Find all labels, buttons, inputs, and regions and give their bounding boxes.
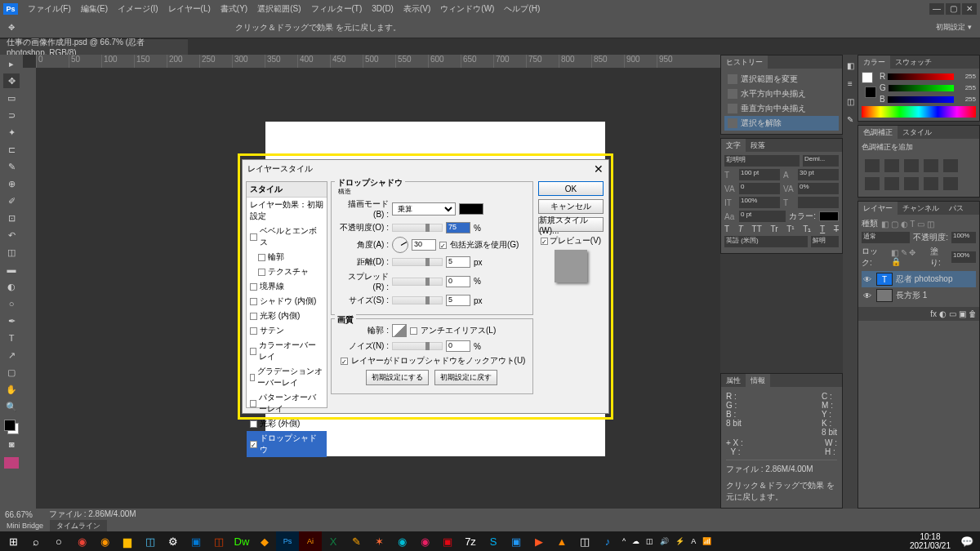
tray-icon[interactable]: 🔊 [657, 537, 672, 545]
crop-tool[interactable]: ⊏ [3, 142, 20, 157]
leading-field[interactable]: 30 pt [798, 169, 839, 180]
dialog-close-button[interactable]: ✕ [594, 162, 604, 176]
skype-icon[interactable]: S [482, 531, 505, 551]
visibility-icon[interactable]: 👁 [863, 291, 873, 300]
adjustment-icon[interactable] [884, 159, 899, 172]
color-swatches[interactable] [4, 420, 19, 434]
brush-tool[interactable]: ✐ [3, 193, 20, 208]
menu-edit[interactable]: 編集(E) [76, 3, 113, 15]
blur-tool[interactable]: ◐ [3, 279, 20, 294]
menu-type[interactable]: 書式(Y) [216, 3, 252, 15]
menu-help[interactable]: ヘルプ(H) [499, 3, 545, 15]
history-item[interactable]: 選択範囲を変更 [724, 72, 839, 87]
menu-layer[interactable]: レイヤー(L) [163, 3, 216, 15]
panel-icon[interactable]: ✎ [844, 113, 856, 125]
panel-icon[interactable]: ◫ [844, 96, 856, 107]
vlc-icon[interactable]: ▲ [550, 531, 573, 551]
gradient-tool[interactable]: ▬ [3, 262, 20, 277]
history-tab[interactable]: ヒストリー [721, 56, 768, 69]
tracking-field[interactable]: 0% [798, 183, 839, 194]
dialog-titlebar[interactable]: レイヤースタイル ✕ [243, 160, 608, 178]
layer-item[interactable]: 👁長方形 1 [862, 287, 976, 304]
style-item[interactable]: シャドウ (内側) [247, 294, 327, 309]
style-item[interactable]: パターンオーバーレイ [247, 390, 327, 416]
menu-image[interactable]: イメージ(I) [113, 3, 163, 15]
tray-icon[interactable]: ^ [619, 537, 629, 545]
app-icon[interactable]: ♪ [596, 531, 619, 551]
workspace-switcher[interactable]: 初期設定 ▾ [936, 22, 972, 33]
chrome-icon[interactable]: ◉ [70, 531, 93, 551]
photoshop-icon[interactable]: Ps [276, 531, 299, 551]
paragraph-tab[interactable]: 段落 [746, 139, 770, 152]
minimize-button[interactable]: — [929, 3, 944, 15]
marquee-tool[interactable]: ▭ [3, 91, 20, 105]
red-slider[interactable] [888, 73, 954, 80]
new-style-button[interactable]: 新規スタイル(W)... [538, 217, 604, 232]
style-item[interactable]: グラデーションオーバーレイ [247, 364, 327, 390]
mask-icon[interactable]: ◐ [939, 309, 947, 318]
paths-tab[interactable]: パス [944, 202, 969, 215]
adjustment-icon[interactable] [924, 177, 938, 190]
cortana-icon[interactable]: ○ [47, 531, 70, 551]
style-item[interactable]: サテン [247, 323, 327, 338]
swatches-tab[interactable]: スウォッチ [890, 56, 937, 69]
app-icon[interactable]: ▣ [505, 531, 528, 551]
color-tab[interactable]: カラー [858, 56, 890, 69]
style-item-dropshadow[interactable]: ドロップシャドウ [247, 431, 327, 457]
menu-view[interactable]: 表示(V) [399, 3, 435, 15]
history-item[interactable]: 水平方向中央揃え [724, 87, 839, 101]
info-tab[interactable]: 情報 [746, 374, 770, 387]
style-item[interactable]: ベベルとエンボス [247, 224, 327, 250]
channels-tab[interactable]: チャンネル [898, 202, 944, 215]
antialiasing-checkbox[interactable] [410, 327, 417, 335]
start-button[interactable]: ⊞ [2, 531, 24, 551]
app-icon[interactable]: ✶ [368, 531, 390, 551]
size-input[interactable]: 5 [446, 295, 470, 306]
history-item[interactable]: 垂直方向中央揃え [724, 101, 839, 116]
eraser-tool[interactable]: ◫ [3, 245, 20, 260]
screenmode-icon[interactable] [4, 457, 19, 469]
noise-input[interactable]: 0 [446, 340, 470, 352]
font-family-field[interactable]: 彩明明 [724, 155, 800, 167]
close-button[interactable]: ✕ [962, 3, 977, 15]
green-slider[interactable] [889, 85, 954, 91]
style-item[interactable]: 光彩 (外側) [247, 416, 327, 431]
tray-icon[interactable]: ◫ [643, 537, 657, 545]
menu-file[interactable]: ファイル(F) [23, 3, 76, 15]
settings-icon[interactable]: ⚙ [162, 531, 185, 551]
wand-tool[interactable]: ✦ [3, 125, 20, 140]
knockout-checkbox[interactable] [341, 358, 348, 365]
app-icon[interactable]: ◫ [139, 531, 162, 551]
menu-filter[interactable]: フィルター(T) [306, 3, 368, 15]
adjustment-icon[interactable] [943, 177, 958, 190]
app-icon[interactable]: ◉ [390, 531, 413, 551]
size-slider[interactable] [392, 296, 443, 304]
avira-icon[interactable]: ▣ [436, 531, 459, 551]
style-item[interactable]: カラーオーバーレイ [247, 338, 327, 364]
antialiasing-field[interactable]: 鮮明 [811, 236, 839, 247]
adjustment-icon[interactable] [943, 159, 958, 172]
zoom-level[interactable]: 66.67% [5, 510, 33, 519]
blend-mode-select[interactable]: 乗算 [392, 202, 456, 216]
cancel-button[interactable]: キャンセル [538, 199, 604, 214]
tray-icon[interactable]: ☁ [629, 537, 643, 545]
properties-tab[interactable]: 属性 [721, 374, 746, 387]
shadow-color-swatch[interactable] [459, 203, 483, 215]
opacity-field[interactable]: 100% [951, 232, 976, 243]
tray-icon[interactable]: ⚡ [672, 537, 688, 545]
blue-slider[interactable] [888, 96, 954, 103]
excel-icon[interactable]: X [322, 531, 345, 551]
font-style-field[interactable]: Demi... [803, 155, 839, 167]
stamp-tool[interactable]: ⊡ [3, 211, 20, 225]
preview-checkbox[interactable] [541, 238, 548, 245]
hand-tool[interactable]: ✋ [3, 382, 20, 397]
font-size-field[interactable]: 100 pt [739, 169, 780, 180]
move-tool[interactable]: ✥ [3, 73, 20, 88]
adjustments-tab[interactable]: 色調補正 [858, 126, 898, 139]
type-tool[interactable]: T [3, 331, 20, 345]
style-item[interactable]: 光彩 (内側) [247, 309, 327, 323]
lasso-tool[interactable]: ⊃ [3, 108, 20, 122]
document-tab[interactable]: 仕事の画像作成用.psd @ 66.7% (忍者photoshop, RGB/8… [0, 38, 188, 55]
trash-icon[interactable]: 🗑 [969, 309, 977, 318]
opacity-slider[interactable] [392, 224, 443, 232]
